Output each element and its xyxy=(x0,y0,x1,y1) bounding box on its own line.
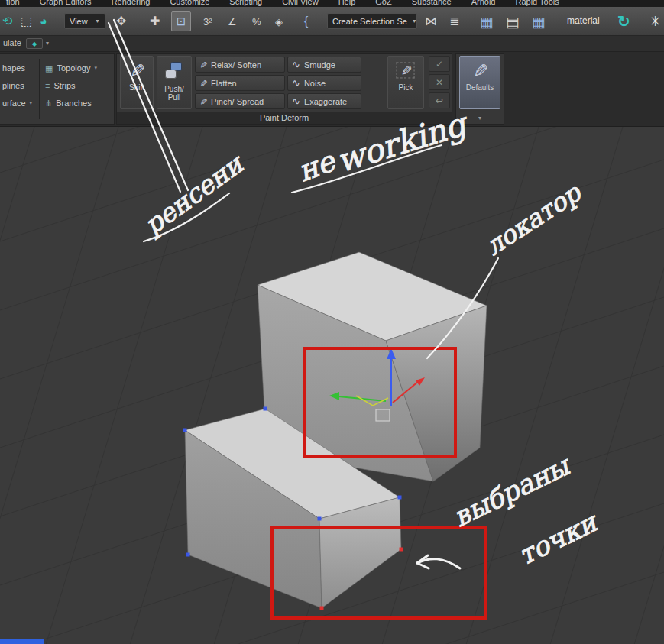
toggle-scene-explorer-icon[interactable]: ▦ xyxy=(480,14,494,28)
vertex[interactable] xyxy=(183,429,187,432)
vertex[interactable] xyxy=(318,517,322,521)
push-pull-icon xyxy=(164,61,184,81)
ribbon-item-shapes[interactable]: hapes xyxy=(2,60,25,76)
main-toolbar: ⟲ ⬚ ◕ View ▼ ✥ ✚ ⊡ 3² ∠ % ◈ { Create Sel… xyxy=(0,7,664,36)
snap-3d-icon[interactable]: 3² xyxy=(203,16,212,26)
toggle-square-icon: ⊡ xyxy=(177,15,186,28)
selected-vertex[interactable] xyxy=(320,607,324,610)
vertex[interactable] xyxy=(264,407,267,411)
chevron-down-icon: ▾ xyxy=(30,100,33,106)
ribbon-config-icon[interactable]: ◆ xyxy=(26,38,43,49)
chevron-down-icon: ▾ xyxy=(94,65,97,71)
transform-gizmo-icon[interactable]: ✚ xyxy=(150,15,160,28)
panel-expander[interactable]: ▾ xyxy=(456,112,504,124)
gizmo-center-square[interactable] xyxy=(376,409,390,421)
ribbon-item-topology[interactable]: ▦ Topology ▾ xyxy=(45,60,97,76)
label: Topology xyxy=(57,63,90,73)
menu-item-goz[interactable]: GoZ xyxy=(375,0,391,6)
view-dropdown[interactable]: View ▼ xyxy=(64,13,105,29)
flatten-button[interactable]: ✎ Flatten xyxy=(195,75,285,91)
push-pull-button[interactable]: Push/ Pull xyxy=(157,56,192,109)
ribbon-item-branches[interactable]: ⋔ Branches xyxy=(45,95,92,111)
ribbon-tab-populate-partial[interactable]: ulate xyxy=(3,38,21,47)
render-setup-icon[interactable]: ↻ xyxy=(617,14,630,29)
panel-divider xyxy=(39,59,40,119)
viewport-scene xyxy=(0,127,664,644)
menu-item-arnold[interactable]: Arnold xyxy=(471,0,496,6)
paint-connect-icon[interactable]: ◕ xyxy=(40,15,47,28)
exaggerate-icon: ∿ xyxy=(292,95,300,107)
vertex[interactable] xyxy=(186,553,190,557)
defaults-label: Defaults xyxy=(466,83,494,92)
smudge-button[interactable]: ∿ Smudge xyxy=(287,57,361,73)
cancel-button[interactable]: ✕ xyxy=(429,74,450,90)
menu-item-substance[interactable]: Substance xyxy=(412,0,452,6)
shift-button[interactable]: ✎ Shift xyxy=(120,56,154,109)
pick-label: Pick xyxy=(399,83,413,92)
chevron-down-icon: ▼ xyxy=(412,18,417,24)
menu-bar: tion Graph Editors Rendering Customize S… xyxy=(0,0,664,7)
percent-snap-icon[interactable]: % xyxy=(252,16,261,26)
angle-snap-icon[interactable]: ∠ xyxy=(228,16,237,26)
defaults-button[interactable]: ✎ Defaults xyxy=(459,56,500,109)
region-select-icon[interactable]: ⬚ xyxy=(21,15,32,28)
menu-item-help[interactable]: Help xyxy=(338,0,356,6)
menu-item-rendering[interactable]: Rendering xyxy=(112,0,151,6)
commit-button[interactable]: ✓ xyxy=(429,56,450,72)
label: Strips xyxy=(53,81,75,90)
label: Noise xyxy=(304,79,326,88)
menu-item-scripting[interactable]: Scripting xyxy=(229,0,262,6)
brush-icon: ✎ xyxy=(471,63,489,78)
undo-icon[interactable]: ⟲ xyxy=(2,15,12,28)
menu-item-rapid-tools[interactable]: Rapid Tools xyxy=(515,0,559,6)
toggle-ribbon-icon[interactable]: ▦ xyxy=(532,14,546,28)
exaggerate-button[interactable]: ∿ Exaggerate xyxy=(287,93,361,109)
revert-button[interactable]: ↩ xyxy=(429,92,450,108)
push-pull-label: Push/ Pull xyxy=(160,85,189,102)
panel-title: Paint Deform xyxy=(117,112,452,124)
menu-item-graph-editors[interactable]: Graph Editors xyxy=(40,0,92,6)
menu-item-civil-view[interactable]: Civil View xyxy=(282,0,318,6)
align-layers-icon[interactable]: ≣ xyxy=(449,15,459,28)
paint-deform-grid: ✎ Relax/ Soften ∿ Smudge ✎ Flatten ∿ Noi… xyxy=(195,57,361,109)
ribbon-item-splines[interactable]: plines xyxy=(2,78,24,93)
label: Branches xyxy=(56,99,91,108)
mirror-icon[interactable]: ⋈ xyxy=(425,15,437,28)
ribbon-left-panel: hapes plines urface ▾ ▦ Topology ▾ ≡ Str… xyxy=(0,53,115,125)
ribbon-item-strips[interactable]: ≡ Strips xyxy=(45,78,76,93)
selected-vertex[interactable] xyxy=(400,548,403,552)
ribbon-item-surface[interactable]: urface ▾ xyxy=(2,95,32,111)
label: Flatten xyxy=(211,79,237,88)
close-icon: ✕ xyxy=(436,77,443,88)
relax-soften-button[interactable]: ✎ Relax/ Soften xyxy=(195,57,285,73)
chevron-down-icon[interactable]: ▾ xyxy=(46,40,49,47)
named-selection-dropdown[interactable]: Create Selection Se ▼ xyxy=(327,13,417,29)
label: Smudge xyxy=(304,60,335,70)
defaults-panel: ✎ Defaults ▾ xyxy=(455,53,504,125)
menu-item-customize[interactable]: Customize xyxy=(170,0,209,6)
label: urface xyxy=(2,99,26,108)
render-frame-icon[interactable]: ✳ xyxy=(649,15,661,28)
pick-button[interactable]: ✎ Pick xyxy=(387,56,424,109)
toggle-layer-explorer-icon[interactable]: ▤ xyxy=(506,14,520,28)
select-and-move-icon[interactable]: ✥ xyxy=(116,15,126,28)
vertex[interactable] xyxy=(398,496,402,500)
diamond-icon: ◆ xyxy=(32,40,37,47)
reference-coordinate-toggle[interactable]: ⊡ xyxy=(171,11,191,31)
paint-deform-title: Paint Deform xyxy=(260,113,309,122)
chevron-down-icon: ▼ xyxy=(95,18,100,24)
maxscript-icon[interactable]: { xyxy=(304,15,308,28)
ribbon: hapes plines urface ▾ ▦ Topology ▾ ≡ Str… xyxy=(0,52,664,126)
view-dropdown-value: View xyxy=(70,17,88,26)
menu-item[interactable]: tion xyxy=(6,0,20,6)
noise-button[interactable]: ∿ Noise xyxy=(287,75,361,91)
label: Relax/ Soften xyxy=(211,60,261,70)
chevron-down-icon: ▾ xyxy=(478,115,481,121)
ribbon-tab-bar: ulate ◆ ▾ xyxy=(0,36,664,52)
label: hapes xyxy=(2,63,25,73)
shift-label: Shift xyxy=(129,83,144,92)
pinch-spread-button[interactable]: ✎ Pinch/ Spread xyxy=(195,93,285,109)
viewport[interactable] xyxy=(0,126,664,644)
spinner-snap-icon[interactable]: ◈ xyxy=(275,16,283,26)
strips-icon: ≡ xyxy=(45,81,50,90)
